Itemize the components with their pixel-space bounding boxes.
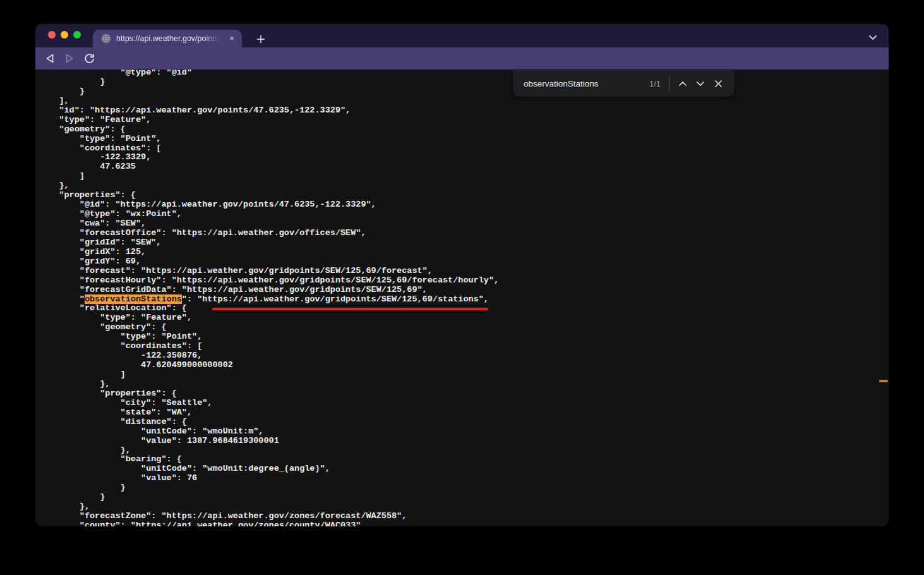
red-underline-annotation bbox=[212, 308, 488, 310]
json-line: "value": 76 bbox=[39, 474, 889, 483]
browser-tab[interactable]: https://api.weather.gov/points/47.6235,-… bbox=[93, 30, 242, 47]
window-controls bbox=[48, 31, 81, 39]
close-window-button[interactable] bbox=[48, 31, 56, 39]
json-line: }, bbox=[39, 380, 889, 389]
json-line: "forecastGridData": "https://api.weather… bbox=[39, 286, 889, 295]
json-line: "city": "Seattle", bbox=[39, 399, 889, 408]
scrollbar-find-marker bbox=[879, 380, 888, 382]
json-line: ] bbox=[39, 370, 889, 380]
json-line: "value": 1387.9684619300001 bbox=[39, 437, 889, 446]
find-input[interactable]: observationStations bbox=[524, 79, 649, 88]
json-line: "forecast": "https://api.weather.gov/gri… bbox=[39, 267, 889, 276]
json-line: "geometry": { bbox=[39, 125, 889, 135]
page-content: "@type": "@id" } } ], "id": "https://api… bbox=[35, 70, 889, 526]
json-line: "properties": { bbox=[39, 191, 889, 200]
zoom-window-button[interactable] bbox=[73, 31, 81, 39]
find-previous-icon[interactable] bbox=[674, 75, 692, 92]
json-line: "forecastOffice": "https://api.weather.g… bbox=[39, 229, 889, 238]
json-line: "unitCode": "wmoUnit:m", bbox=[39, 427, 889, 437]
minimize-window-button[interactable] bbox=[61, 31, 68, 39]
json-content: "@type": "@id" } } ], "id": "https://api… bbox=[35, 70, 889, 526]
json-line: }, bbox=[39, 502, 889, 512]
json-line: "@type": "wx:Point", bbox=[39, 210, 889, 219]
json-line: "bearing": { bbox=[39, 455, 889, 464]
json-line: "distance": { bbox=[39, 418, 889, 427]
back-button[interactable] bbox=[41, 50, 59, 68]
json-line: } bbox=[39, 483, 889, 493]
json-line: "unitCode": "wmoUnit:degree_(angle)", bbox=[39, 464, 889, 474]
json-line: ] bbox=[39, 172, 889, 181]
globe-favicon-icon bbox=[101, 33, 111, 44]
find-bar: observationStations 1/1 bbox=[513, 70, 735, 97]
json-line: "id": "https://api.weather.gov/points/47… bbox=[39, 106, 889, 116]
find-close-icon[interactable] bbox=[709, 75, 727, 92]
json-line: }, bbox=[39, 446, 889, 456]
json-line: "cwa": "SEW", bbox=[39, 219, 889, 229]
json-line: 47.6235 bbox=[39, 162, 889, 172]
reload-button[interactable] bbox=[80, 50, 98, 68]
json-line: "@id": "https://api.weather.gov/points/4… bbox=[39, 200, 889, 210]
find-next-icon[interactable] bbox=[692, 75, 709, 92]
json-line: ], bbox=[39, 97, 889, 106]
json-line: "@type": "@id" bbox=[39, 70, 889, 78]
json-line: "gridY": 69, bbox=[39, 257, 889, 267]
json-line: } bbox=[39, 87, 889, 97]
json-line: "forecastZone": "https://api.weather.gov… bbox=[39, 512, 889, 521]
json-line: "gridX": 125, bbox=[39, 248, 889, 257]
json-line: -122.3329, bbox=[39, 153, 889, 162]
find-match-highlight: observationStations bbox=[85, 294, 182, 304]
json-line: "type": "Feature", bbox=[39, 313, 889, 323]
json-line: "type": "Point", bbox=[39, 332, 889, 342]
navigation-toolbar: api.weather.gov/points/47.6235,-122.3329 bbox=[35, 47, 889, 70]
json-line: -122.350876, bbox=[39, 351, 889, 361]
find-match-count: 1/1 bbox=[649, 79, 661, 88]
json-line: } bbox=[39, 78, 889, 87]
tab-search-chevron-icon[interactable] bbox=[866, 31, 880, 44]
json-line: "type": "Point", bbox=[39, 135, 889, 144]
browser-window: https://api.weather.gov/points/47.6235,-… bbox=[35, 24, 889, 526]
json-line: "gridId": "SEW", bbox=[39, 238, 889, 248]
findbar-divider bbox=[669, 76, 670, 91]
tab-title: https://api.weather.gov/points/47.6235,-… bbox=[116, 34, 222, 43]
json-line: "forecastHourly": "https://api.weather.g… bbox=[39, 276, 889, 286]
tab-strip: https://api.weather.gov/points/47.6235,-… bbox=[35, 24, 889, 47]
new-tab-button[interactable] bbox=[253, 32, 268, 47]
json-line: "geometry": { bbox=[39, 323, 889, 332]
json-line: "observationStations": "https://api.weat… bbox=[39, 295, 889, 305]
json-line: "properties": { bbox=[39, 389, 889, 399]
json-line: 47.620499000000002 bbox=[39, 361, 889, 370]
json-line: "coordinates": [ bbox=[39, 342, 889, 351]
json-line: }, bbox=[39, 181, 889, 191]
json-line: "coordinates": [ bbox=[39, 144, 889, 154]
json-line: } bbox=[39, 493, 889, 502]
json-line: "state": "WA", bbox=[39, 408, 889, 418]
json-line: "type": "Feature", bbox=[39, 116, 889, 125]
forward-button[interactable] bbox=[61, 50, 78, 68]
json-line: "county": "https://api.weather.gov/zones… bbox=[39, 521, 889, 526]
tab-close-icon[interactable]: × bbox=[227, 33, 237, 44]
